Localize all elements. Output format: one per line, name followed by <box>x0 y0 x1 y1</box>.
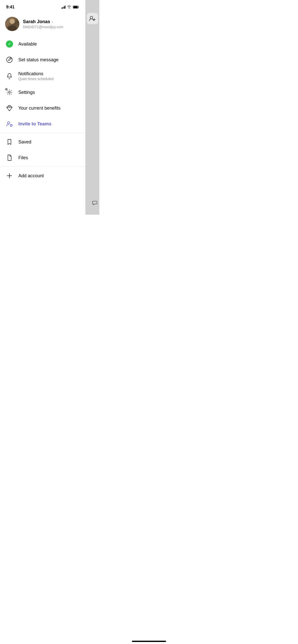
menu-list-secondary: Saved Files <box>0 134 85 166</box>
divider-1 <box>0 133 85 133</box>
profile-email: 69d2d271@moodjoy.com <box>23 25 80 29</box>
battery-icon <box>73 6 79 9</box>
files-label: Files <box>18 155 80 160</box>
available-label: Available <box>18 41 80 47</box>
add-account-label: Add account <box>18 173 80 179</box>
diamond-icon <box>5 104 14 112</box>
menu-item-invite[interactable]: Invite to Teams <box>0 116 85 132</box>
notifications-label: Notifications <box>18 71 80 77</box>
available-icon <box>5 40 14 48</box>
svg-point-6 <box>9 92 10 93</box>
file-icon <box>5 153 14 162</box>
edit-circle-icon <box>5 55 14 64</box>
plus-icon <box>5 171 14 180</box>
status-bar: 9:41 <box>0 0 85 13</box>
available-text-block: Available <box>18 41 80 47</box>
benefits-text-block: Your current benefits <box>18 106 80 111</box>
svg-marker-7 <box>7 105 12 111</box>
saved-label: Saved <box>18 139 80 145</box>
svg-point-11 <box>8 122 10 124</box>
files-text-block: Files <box>18 155 80 160</box>
notifications-text-block: Notifications Quiet times scheduled <box>18 71 80 81</box>
benefits-label: Your current benefits <box>18 106 80 111</box>
profile-section[interactable]: Sarah Jonas › 69d2d271@moodjoy.com <box>0 13 85 36</box>
profile-info: Sarah Jonas › 69d2d271@moodjoy.com <box>23 19 80 29</box>
signal-icon <box>61 6 66 9</box>
status-time: 9:41 <box>6 5 15 10</box>
menu-item-saved[interactable]: Saved <box>0 134 85 150</box>
menu-item-notifications[interactable]: Notifications Quiet times scheduled <box>0 68 85 84</box>
invite-text-block: Invite to Teams <box>18 121 80 127</box>
bookmark-icon <box>5 138 14 146</box>
svg-point-0 <box>90 16 93 19</box>
profile-name: Sarah Jonas <box>23 19 50 24</box>
divider-2 <box>0 167 85 167</box>
status-icons <box>61 6 79 9</box>
invite-label: Invite to Teams <box>18 121 80 127</box>
menu-item-add-account[interactable]: Add account <box>0 168 85 184</box>
bell-icon <box>5 72 14 80</box>
bottom-right-chat-icon <box>92 200 98 207</box>
gear-icon-wrapper <box>5 88 14 97</box>
add-account-text-block: Add account <box>18 173 80 179</box>
svg-rect-4 <box>73 6 78 8</box>
set-status-text-block: Set status message <box>18 57 80 63</box>
settings-text-block: Settings <box>18 90 80 95</box>
menu-item-benefits[interactable]: Your current benefits <box>0 100 85 116</box>
menu-item-settings[interactable]: Settings <box>0 84 85 100</box>
notifications-sublabel: Quiet times scheduled <box>18 77 80 81</box>
menu-list-tertiary: Add account <box>0 168 85 184</box>
right-panel <box>85 0 99 215</box>
settings-label: Settings <box>18 90 80 95</box>
saved-text-block: Saved <box>18 139 80 145</box>
profile-chevron: › <box>52 20 53 24</box>
menu-list-main: Available Set status message <box>0 36 85 132</box>
invite-teams-icon-panel[interactable] <box>87 13 98 24</box>
menu-item-set-status[interactable]: Set status message <box>0 52 85 68</box>
menu-item-files[interactable]: Files <box>0 150 85 166</box>
notification-dot <box>5 87 8 91</box>
wifi-icon <box>67 6 71 9</box>
set-status-label: Set status message <box>18 57 80 63</box>
avatar <box>5 17 19 31</box>
menu-item-available[interactable]: Available <box>0 36 85 52</box>
invite-icon <box>5 120 14 128</box>
